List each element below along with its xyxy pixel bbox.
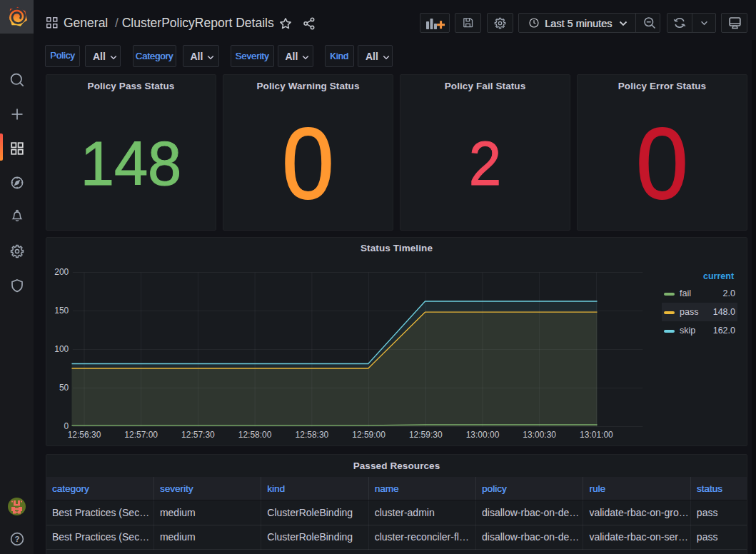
svg-text:50: 50 <box>59 383 69 393</box>
svg-text:12:57:30: 12:57:30 <box>181 430 215 440</box>
svg-text:100: 100 <box>54 344 69 354</box>
svg-text:12:57:00: 12:57:00 <box>124 430 158 440</box>
svg-text:?: ? <box>14 535 19 543</box>
svg-text:13:00:00: 13:00:00 <box>466 430 500 440</box>
svg-text:12:59:30: 12:59:30 <box>409 430 443 440</box>
svg-text:12:56:30: 12:56:30 <box>68 430 101 440</box>
svg-text:13:01:00: 13:01:00 <box>580 430 613 440</box>
svg-text:200: 200 <box>54 267 69 277</box>
svg-text:12:58:30: 12:58:30 <box>296 430 329 440</box>
svg-text:13:00:30: 13:00:30 <box>523 430 556 440</box>
svg-text:12:59:00: 12:59:00 <box>352 430 385 440</box>
svg-text:12:58:00: 12:58:00 <box>238 430 272 440</box>
svg-text:150: 150 <box>54 306 69 316</box>
